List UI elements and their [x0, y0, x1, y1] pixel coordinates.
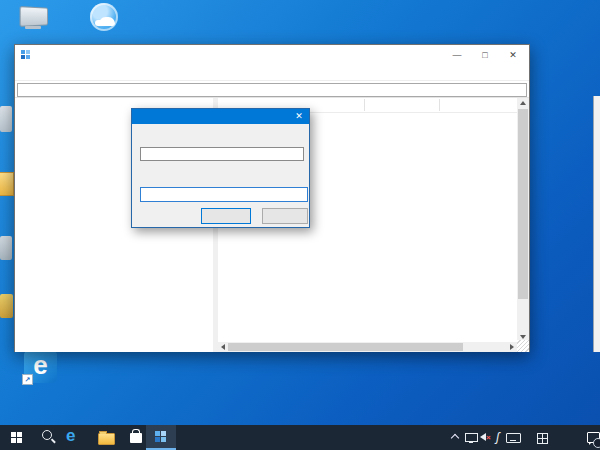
- taskbar-edge-button[interactable]: e: [60, 425, 90, 450]
- store-bag-icon: [130, 433, 142, 443]
- search-icon: [42, 430, 52, 440]
- windows-logo-icon: [11, 432, 16, 437]
- qq-browser-icon: [90, 3, 118, 31]
- address-input[interactable]: [17, 83, 527, 97]
- taskbar: e × ʃ: [0, 425, 600, 450]
- shortcut-arrow-icon: ↗: [22, 374, 33, 385]
- maximize-button[interactable]: □: [471, 46, 499, 64]
- ime-grid-icon: [537, 433, 548, 444]
- value-data-input[interactable]: [140, 187, 308, 202]
- address-bar: [15, 80, 529, 98]
- qq-cloud-shape: [99, 17, 115, 26]
- minimize-button[interactable]: —: [443, 46, 471, 64]
- edit-string-dialog: ✕: [131, 108, 310, 228]
- taskbar-regedit-button[interactable]: [146, 425, 176, 450]
- tray-touch-keyboard[interactable]: [506, 425, 520, 450]
- tray-ime-pen[interactable]: ʃ: [493, 425, 507, 450]
- background-window-edge: [593, 96, 600, 352]
- chevron-up-icon: [451, 434, 459, 442]
- this-pc-icon-base: [25, 26, 41, 29]
- list-vscrollbar[interactable]: [517, 98, 529, 342]
- pen-icon: ʃ: [496, 430, 500, 444]
- close-button[interactable]: ✕: [499, 46, 527, 64]
- column-separator[interactable]: [364, 99, 365, 111]
- edge-icon: e ↗: [24, 350, 57, 383]
- regedit-icon: [155, 431, 160, 436]
- notification-badge: [593, 438, 600, 448]
- tray-volume[interactable]: ×: [479, 425, 493, 450]
- partial-desktop-icon: [0, 106, 12, 132]
- menu-bar: [15, 65, 529, 80]
- this-pc-icon: [20, 6, 48, 27]
- start-button[interactable]: [2, 425, 32, 450]
- tray-show-hidden-icons[interactable]: [449, 425, 463, 450]
- list-hscrollbar[interactable]: [218, 342, 517, 352]
- cancel-button[interactable]: [262, 208, 308, 224]
- tray-ime-mode[interactable]: [535, 425, 549, 450]
- partial-desktop-icon: [0, 236, 12, 260]
- resize-grip[interactable]: [517, 340, 529, 352]
- action-center-button[interactable]: [586, 425, 600, 450]
- regedit-icon: [21, 50, 25, 54]
- ok-button[interactable]: [201, 208, 251, 224]
- edge-icon: e: [66, 426, 75, 446]
- mute-x-icon: ×: [486, 434, 491, 442]
- column-separator[interactable]: [439, 99, 440, 111]
- keyboard-icon: [506, 433, 521, 443]
- dialog-title-bar[interactable]: ✕: [132, 109, 309, 124]
- tray-ime-language[interactable]: [521, 425, 535, 450]
- network-icon: [465, 433, 478, 442]
- partial-desktop-icon: [0, 294, 13, 318]
- dialog-close-icon[interactable]: ✕: [293, 111, 305, 122]
- value-name-input[interactable]: [140, 147, 304, 161]
- folder-icon: [98, 433, 115, 445]
- taskbar-explorer-button[interactable]: [91, 425, 121, 450]
- partial-desktop-folder-icon: [0, 172, 14, 196]
- tray-network[interactable]: [464, 425, 478, 450]
- title-bar[interactable]: — □ ✕: [15, 45, 529, 65]
